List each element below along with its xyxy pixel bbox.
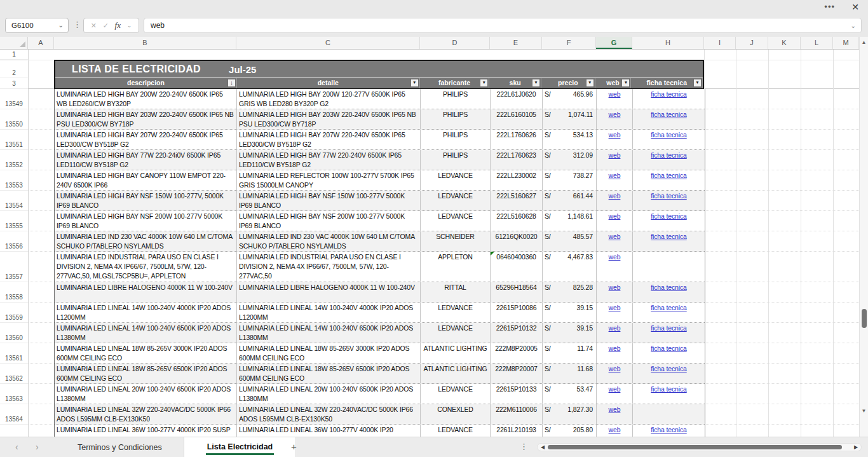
ficha-tecnica-link[interactable]: ficha tecnica (651, 233, 686, 240)
cell-detalle[interactable]: LUMINARIA LED LINEAL 14W 100-240V 6500K … (237, 323, 421, 343)
ficha-tecnica-link[interactable]: ficha tecnica (651, 385, 686, 393)
cell-sku[interactable]: 222M8P20005 (491, 343, 543, 363)
column-header-A[interactable]: A (28, 37, 54, 49)
cell-descripcion[interactable]: LUMINARIA LED HIGH BAY NSF 200W 100-277V… (55, 211, 237, 231)
cell-web[interactable]: web (597, 150, 633, 170)
cell-descripcion[interactable]: LUMINARIA LED LIBRE HALOGENO 4000K 11 W … (55, 282, 237, 302)
cell-fabricante[interactable]: ATLANTIC LIGHTING (421, 343, 491, 363)
ficha-tecnica-link[interactable]: ficha tecnica (651, 90, 686, 98)
column-header-H[interactable]: H (632, 37, 704, 49)
row-header-13558[interactable]: 13558 (0, 282, 28, 303)
web-link[interactable]: web (609, 406, 621, 413)
cell-detalle[interactable]: LUMINARIA LED HIGH BAY 200W 120-277V 650… (237, 89, 421, 109)
row-header-13562[interactable]: 13562 (0, 364, 28, 384)
column-header-I[interactable]: I (704, 37, 736, 49)
cell-precio[interactable]: S/39.15 (543, 303, 597, 322)
cell-fabricante[interactable]: PHILIPS (421, 89, 491, 109)
ficha-tecnica-link[interactable]: ficha tecnica (651, 304, 686, 311)
cell-web[interactable]: web (597, 170, 633, 190)
web-link[interactable]: web (609, 426, 621, 433)
row-header-13549[interactable]: 13549 (0, 89, 28, 109)
cell-detalle[interactable]: LUMINARIA LED LINEAL 18W 85-265V 3000K I… (237, 343, 421, 363)
web-link[interactable]: web (609, 111, 621, 118)
formula-bar-expand-icon[interactable]: ⌄ (851, 19, 856, 33)
filter-dropdown-icon[interactable]: ▼ (480, 79, 488, 87)
ficha-tecnica-link[interactable]: ficha tecnica (651, 344, 686, 352)
ficha-tecnica-link[interactable]: ficha tecnica (651, 426, 686, 433)
insert-function-icon[interactable]: fx (115, 20, 121, 31)
cell-web[interactable]: web (597, 211, 633, 231)
cell-ficha[interactable]: ficha tecnica (633, 425, 705, 437)
scroll-up-icon[interactable]: ▲ (860, 39, 868, 45)
chevron-down-icon[interactable]: ⌄ (58, 18, 64, 32)
cell-detalle[interactable]: LUMINARIA LED HIGH BAY NSF 150W 100-277V… (237, 191, 421, 210)
cell-detalle[interactable]: LUMINARIA LED LINEAL 18W 85-265V 6500K I… (237, 364, 421, 383)
cell-ficha[interactable]: ficha tecnica (633, 191, 705, 210)
cell-ficha[interactable]: ficha tecnica (633, 384, 705, 404)
cell-sku[interactable]: 65296H18564 (491, 282, 543, 302)
sheet-tab-lista-electricidad[interactable]: Lista Electricidad (184, 437, 297, 457)
cell-fabricante[interactable]: PHILIPS (421, 130, 491, 149)
cell-sku[interactable]: 22615P10086 (491, 303, 543, 322)
filter-dropdown-icon[interactable]: ▼ (410, 79, 419, 87)
cell-sku[interactable]: 222L1760623 (491, 150, 543, 170)
cell-ficha[interactable]: ficha tecnica (633, 130, 705, 149)
cell-descripcion[interactable]: LUMINARIA LED IND 230 VAC 4000K 10W 640 … (55, 231, 237, 251)
formula-input[interactable]: web ⌄ (144, 18, 862, 33)
cell-web[interactable]: web (597, 282, 633, 302)
cell-ficha[interactable] (633, 404, 705, 424)
cell-web[interactable]: web (597, 343, 633, 363)
cell-ficha[interactable]: ficha tecnica (633, 150, 705, 170)
web-link[interactable]: web (609, 90, 621, 98)
cell-descripcion[interactable]: LUMINARIA LED HIGH BAY 203W 220-240V 650… (55, 109, 237, 129)
vertical-scroll-thumb[interactable] (862, 309, 867, 328)
cell-fabricante[interactable]: LEDVANCE (421, 211, 491, 231)
cell-fabricante[interactable]: PHILIPS (421, 109, 491, 129)
table-header-ficha-tecnica[interactable]: ficha tecnica▼ (631, 78, 703, 88)
filter-dropdown-icon[interactable]: ▼ (586, 79, 594, 87)
scroll-right-icon[interactable]: ▶ (851, 444, 861, 450)
row-header-2[interactable]: 2 (0, 60, 28, 78)
cell-ficha[interactable]: ficha tecnica (633, 323, 705, 343)
web-link[interactable]: web (609, 192, 621, 200)
row-header-13557[interactable]: 13557 (0, 252, 28, 282)
cell-detalle[interactable]: LUMINARIA LED IND 230 VAC 4000K 10W 640 … (237, 231, 421, 251)
cell-ficha[interactable]: ficha tecnica (633, 211, 705, 231)
column-header-C[interactable]: C (236, 37, 420, 49)
tab-bar-menu-icon[interactable]: ⋮ (520, 442, 529, 451)
row-header-13564[interactable]: 13564 (0, 404, 28, 425)
table-header-fabricante[interactable]: fabricante▼ (420, 78, 490, 88)
ficha-tecnica-link[interactable]: ficha tecnica (651, 324, 686, 332)
web-link[interactable]: web (609, 344, 621, 352)
sort-filter-icon[interactable]: ↓ (227, 79, 236, 87)
cell-web[interactable]: web (597, 303, 633, 322)
table-header-detalle[interactable]: detalle▼ (237, 78, 420, 88)
cell-fabricante[interactable]: LEDVANCE (421, 384, 491, 404)
ficha-tecnica-link[interactable]: ficha tecnica (651, 212, 686, 220)
cell-precio[interactable]: S/825.28 (543, 282, 597, 302)
row-header-13553[interactable]: 13553 (0, 170, 28, 191)
scroll-left-icon[interactable]: ◀ (538, 444, 548, 450)
filter-dropdown-icon[interactable]: ▼ (621, 79, 630, 87)
web-link[interactable]: web (609, 283, 621, 291)
cell-detalle[interactable]: LUMINARIA LED LIBRE HALOGENO 4000K 11 W … (237, 282, 421, 302)
sheet-nav-prev-icon[interactable]: ‹ (15, 442, 18, 452)
horizontal-scrollbar[interactable]: ◀ ▶ (537, 443, 862, 451)
close-button[interactable]: ✕ (851, 1, 859, 13)
cell-sku[interactable]: 2261L210193 (491, 425, 543, 437)
cell-web[interactable]: web (597, 109, 633, 129)
cell-fabricante[interactable]: LEDVANCE (421, 303, 491, 322)
cell-ficha[interactable]: ficha tecnica (633, 364, 705, 383)
cell-sku[interactable]: 06460400360 (491, 252, 543, 282)
cell-fabricante[interactable]: SCHNEIDER (421, 231, 491, 251)
row-header-3[interactable]: 3 (0, 78, 28, 89)
filter-dropdown-icon[interactable]: ▼ (693, 79, 702, 87)
cell-descripcion[interactable]: LUMINARIA LED HIGH BAY 77W 220-24i0V 650… (55, 150, 237, 170)
sheet-nav-next-icon[interactable]: › (36, 442, 39, 452)
web-link[interactable]: web (609, 131, 621, 139)
cell-ficha[interactable]: ficha tecnica (633, 89, 705, 109)
cell-descripcion[interactable]: LUMINARIA LED LINEAL 18W 85-265V 6500K I… (55, 364, 237, 383)
table-header-precio[interactable]: precio▼ (541, 78, 595, 88)
row-header-13551[interactable]: 13551 (0, 130, 28, 150)
table-header-sku[interactable]: sku▼ (489, 78, 541, 88)
